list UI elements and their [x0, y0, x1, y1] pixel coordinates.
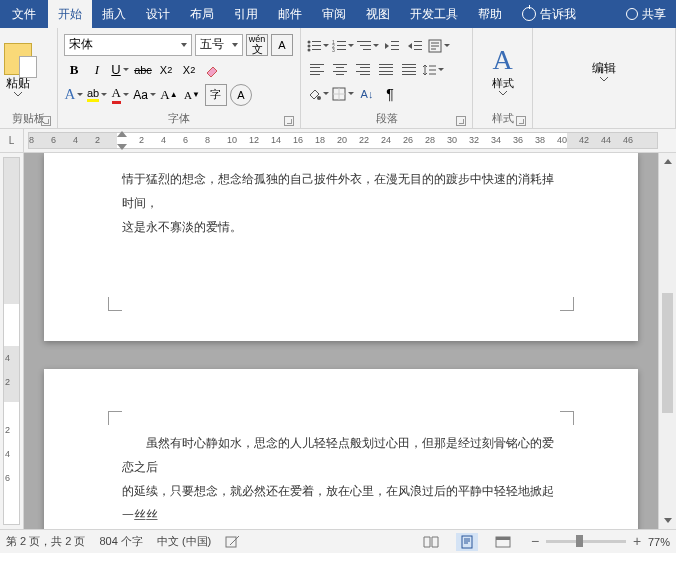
group-font: 宋体 五号 wén文 A B I U abc X2 X2 A ab A Aa A…: [58, 28, 301, 128]
svg-rect-1: [312, 41, 321, 42]
scroll-thumb[interactable]: [662, 293, 673, 413]
tab-view[interactable]: 视图: [356, 0, 400, 28]
phonetic-guide-button[interactable]: wén文: [246, 34, 268, 56]
doc-icon: [428, 39, 442, 53]
subscript-button[interactable]: X2: [156, 60, 176, 80]
change-case-button[interactable]: Aa: [133, 85, 156, 105]
align-center-button[interactable]: [330, 60, 350, 80]
svg-rect-27: [496, 537, 510, 540]
font-name-combo[interactable]: 宋体: [64, 34, 192, 56]
tab-developer[interactable]: 开发工具: [400, 0, 468, 28]
tab-selector[interactable]: L: [0, 129, 24, 152]
share-button[interactable]: 共享: [616, 6, 676, 23]
svg-rect-9: [337, 45, 346, 46]
pages-viewport[interactable]: 情于猛烈的想念，想念给孤独的自己披件外衣，在漫无目的的踱步中快速的消耗掉时间， …: [24, 153, 658, 529]
zoom-out-button[interactable]: −: [528, 535, 542, 549]
track-changes-icon[interactable]: [225, 535, 241, 549]
sort-button[interactable]: A↓: [357, 84, 377, 104]
shading-button[interactable]: [307, 84, 329, 104]
text-effects-button[interactable]: A: [64, 85, 84, 105]
strikethrough-button[interactable]: abc: [133, 60, 153, 80]
numbering-button[interactable]: 123: [332, 36, 354, 56]
bold-button[interactable]: B: [64, 60, 84, 80]
page-indicator[interactable]: 第 2 页，共 2 页: [6, 534, 85, 549]
zoom-value[interactable]: 77%: [648, 536, 670, 548]
svg-point-22: [317, 96, 321, 100]
crop-mark-icon: [560, 411, 574, 425]
body-text[interactable]: 情于猛烈的想念，想念给孤独的自己披件外衣，在漫无目的的踱步中快速的消耗掉时间，: [122, 167, 560, 215]
editing-button[interactable]: 编辑: [592, 60, 616, 82]
tab-layout[interactable]: 布局: [180, 0, 224, 28]
tab-home[interactable]: 开始: [48, 0, 92, 28]
italic-button[interactable]: I: [87, 60, 107, 80]
styles-button[interactable]: A: [492, 44, 512, 76]
body-text[interactable]: 的延续，只要想念，就必然还在爱着，放在心里，在风浪过后的平静中轻轻地掀起一丝丝: [122, 479, 560, 527]
vertical-scrollbar[interactable]: [658, 153, 676, 529]
highlight-button[interactable]: ab: [87, 85, 107, 105]
tab-references[interactable]: 引用: [224, 0, 268, 28]
zoom-in-button[interactable]: +: [630, 535, 644, 549]
svg-point-0: [308, 40, 311, 43]
word-count[interactable]: 804 个字: [99, 534, 142, 549]
line-spacing-button[interactable]: [422, 60, 444, 80]
paste-button[interactable]: 粘贴: [4, 43, 32, 97]
tab-mailings[interactable]: 邮件: [268, 0, 312, 28]
group-paragraph-label: 段落: [376, 112, 398, 124]
body-text[interactable]: 波澜，我永远记得你，你还好吗？: [122, 527, 560, 529]
tab-design[interactable]: 设计: [136, 0, 180, 28]
align-justify-button[interactable]: [376, 60, 396, 80]
svg-rect-16: [391, 45, 399, 46]
bullets-button[interactable]: [307, 36, 329, 56]
scroll-down-button[interactable]: [659, 169, 676, 185]
group-styles: A 样式 样式: [473, 28, 533, 128]
shrink-font-button[interactable]: A▼: [182, 85, 202, 105]
page-2[interactable]: 虽然有时心静如水，思念的人儿轻轻点般划过心田，但那是经过刻骨铭心的爱恋之后 的延…: [44, 369, 638, 529]
first-line-indent-icon[interactable]: [117, 131, 127, 137]
enclosed-char-button[interactable]: A: [230, 84, 252, 106]
grow-font-button[interactable]: A▲: [159, 85, 179, 105]
page-1[interactable]: 情于猛烈的想念，想念给孤独的自己披件外衣，在漫无目的的踱步中快速的消耗掉时间， …: [44, 153, 638, 341]
increase-indent-button[interactable]: [405, 36, 425, 56]
char-border-button[interactable]: A: [271, 34, 293, 56]
char-shading-button[interactable]: 字: [205, 84, 227, 106]
horizontal-ruler[interactable]: 8642246810121416182022242628303234363840…: [28, 132, 658, 149]
tab-review[interactable]: 审阅: [312, 0, 356, 28]
read-mode-button[interactable]: [420, 533, 442, 551]
font-color-button[interactable]: A: [110, 85, 130, 105]
clear-formatting-button[interactable]: [202, 60, 222, 80]
file-menu[interactable]: 文件: [0, 0, 48, 28]
align-left-button[interactable]: [307, 60, 327, 80]
decrease-indent-button[interactable]: [382, 36, 402, 56]
outdent-icon: [385, 40, 399, 52]
tab-insert[interactable]: 插入: [92, 0, 136, 28]
zoom-slider[interactable]: [546, 540, 626, 543]
dialog-launcher-icon[interactable]: [516, 116, 526, 126]
scroll-up-button[interactable]: [659, 153, 676, 169]
svg-rect-20: [414, 49, 422, 50]
dialog-launcher-icon[interactable]: [284, 116, 294, 126]
body-text[interactable]: 这是永不寡淡的爱情。: [122, 215, 560, 239]
dialog-launcher-icon[interactable]: [41, 116, 51, 126]
hanging-indent-icon[interactable]: [117, 144, 127, 150]
show-marks-button[interactable]: ¶: [380, 84, 400, 104]
body-text[interactable]: 虽然有时心静如水，思念的人儿轻轻点般划过心田，但那是经过刻骨铭心的爱恋之后: [122, 431, 560, 479]
vertical-ruler[interactable]: 42246: [0, 153, 24, 529]
asian-layout-button[interactable]: [428, 36, 450, 56]
font-size-combo[interactable]: 五号: [195, 34, 243, 56]
chevron-up-icon: [664, 159, 672, 164]
web-layout-button[interactable]: [492, 533, 514, 551]
bullets-icon: [307, 40, 321, 52]
align-right-button[interactable]: [353, 60, 373, 80]
dialog-launcher-icon[interactable]: [456, 116, 466, 126]
borders-button[interactable]: [332, 84, 354, 104]
zoom-knob[interactable]: [576, 535, 583, 547]
svg-rect-18: [414, 41, 422, 42]
tell-me[interactable]: 告诉我: [512, 0, 586, 28]
tab-help[interactable]: 帮助: [468, 0, 512, 28]
underline-button[interactable]: U: [110, 60, 130, 80]
multilevel-button[interactable]: [357, 36, 379, 56]
superscript-button[interactable]: X2: [179, 60, 199, 80]
align-distribute-button[interactable]: [399, 60, 419, 80]
language-indicator[interactable]: 中文 (中国): [157, 534, 211, 549]
print-layout-button[interactable]: [456, 533, 478, 551]
